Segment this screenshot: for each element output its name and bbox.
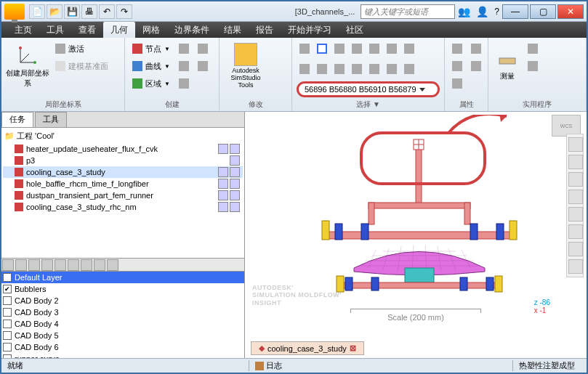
vp-view-icon[interactable] <box>568 259 583 274</box>
qat-save-icon[interactable]: 💾 <box>64 4 80 19</box>
tab-tasks[interactable]: 任务 <box>1 112 33 127</box>
layer-btn8[interactable] <box>94 259 105 271</box>
vp-arrow-icon[interactable] <box>568 155 583 169</box>
close-icon[interactable]: ⊠ <box>350 343 356 353</box>
layer-row[interactable]: CAD Body 3 <box>1 306 244 318</box>
qat-undo-icon[interactable]: ↶ <box>99 4 115 19</box>
log-button[interactable]: 日志 <box>249 360 288 371</box>
qat-redo-icon[interactable]: ↷ <box>116 4 132 19</box>
menu-6[interactable]: 结果 <box>217 22 249 38</box>
tree-item[interactable]: p3 <box>3 155 243 166</box>
checkbox[interactable] <box>3 331 12 340</box>
vp-pan-icon[interactable] <box>568 172 583 187</box>
layer-btn2[interactable] <box>15 259 27 271</box>
viewport-tab[interactable]: ◆ cooling_case_3_study ⊠ <box>251 341 364 355</box>
layer-row[interactable]: Bubblers <box>1 283 244 295</box>
menu-7[interactable]: 报告 <box>249 22 281 38</box>
sel-tool12[interactable] <box>366 61 382 77</box>
layer-btn6[interactable] <box>68 259 79 271</box>
layer-btn1[interactable] <box>2 259 14 271</box>
create-tool3[interactable] <box>176 76 192 92</box>
maximize-button[interactable]: ▢ <box>530 4 556 19</box>
activate-button[interactable]: 激活 <box>52 41 111 57</box>
help-search-input[interactable] <box>361 4 455 19</box>
util-tool1[interactable] <box>525 41 541 57</box>
sel-tool7[interactable] <box>401 41 417 57</box>
sel-tool6[interactable] <box>384 41 400 57</box>
tree-item[interactable]: heater_update_useheater_flux_f_cvk <box>3 143 243 155</box>
qat-open-icon[interactable]: 📂 <box>47 4 63 19</box>
tree-item[interactable]: cooling_case_3_study <box>3 166 243 178</box>
region-button[interactable]: 区域▼ <box>129 76 173 92</box>
prop-tool3[interactable] <box>449 76 465 92</box>
vp-home-icon[interactable] <box>568 137 583 152</box>
vp-fit-icon[interactable] <box>568 242 583 256</box>
tree-item[interactable]: hole_baffle_rhcm_time_f_longfiber <box>3 178 243 190</box>
sel-tool8[interactable] <box>297 61 313 77</box>
sign-in-icon[interactable]: 👤 <box>476 6 488 17</box>
menu-2[interactable]: 查看 <box>71 22 103 38</box>
help-icon[interactable]: ? <box>494 7 499 17</box>
layer-row[interactable]: CAD Body 6 <box>1 341 244 353</box>
layer-btn9[interactable] <box>107 259 118 271</box>
prop-tool4[interactable] <box>468 41 484 57</box>
checkbox[interactable] <box>3 273 12 282</box>
close-button[interactable]: ✕ <box>557 4 584 19</box>
measure-button[interactable]: 测量 <box>493 41 522 92</box>
create-tool4[interactable] <box>195 41 211 57</box>
sel-tool11[interactable] <box>349 61 365 77</box>
layer-row[interactable]: CAD Body 2 <box>1 295 244 306</box>
prop-tool2[interactable] <box>449 58 465 74</box>
create-tool5[interactable] <box>195 58 211 74</box>
checkbox[interactable] <box>3 285 12 293</box>
layer-btn3[interactable] <box>28 259 40 271</box>
checkbox[interactable] <box>3 308 12 317</box>
layer-btn4[interactable] <box>41 259 53 271</box>
menu-5[interactable]: 边界条件 <box>167 22 217 38</box>
layer-row[interactable]: CAD Body 4 <box>1 318 244 330</box>
simstudio-button[interactable]: Autodesk SimStudio Tools <box>224 41 267 92</box>
layer-btn7[interactable] <box>81 259 92 271</box>
sel-tool10[interactable] <box>331 61 347 77</box>
selection-dropdown[interactable]: 56896 B56880 B56910 B56879 <box>297 81 440 97</box>
community-icon[interactable]: 👥 <box>458 6 470 17</box>
prop-tool5[interactable] <box>468 58 484 74</box>
sel-tool4[interactable] <box>349 41 365 57</box>
checkbox[interactable] <box>3 320 12 328</box>
qat-print-icon[interactable]: 🖶 <box>81 4 97 19</box>
sel-tool9[interactable] <box>314 61 330 77</box>
create-local-cs-button[interactable]: 创建局部坐标系 <box>6 41 49 92</box>
util-tool2[interactable] <box>525 58 541 74</box>
layer-row[interactable]: runner curve <box>1 353 244 358</box>
vp-rotate-icon[interactable] <box>568 224 583 239</box>
sel-tool3[interactable] <box>331 41 347 57</box>
curve-button[interactable]: 曲线▼ <box>129 58 173 74</box>
menu-8[interactable]: 开始并学习 <box>281 22 339 38</box>
menu-4[interactable]: 网格 <box>135 22 167 38</box>
base-plane-button[interactable]: 建模基准面 <box>52 58 111 74</box>
create-tool2[interactable] <box>176 58 192 74</box>
project-root[interactable]: 📁 工程 'Cool' <box>3 129 243 143</box>
vp-orbit-icon[interactable] <box>568 207 583 221</box>
minimize-button[interactable]: — <box>502 4 528 19</box>
menu-1[interactable]: 工具 <box>39 22 71 38</box>
checkbox[interactable] <box>3 354 12 358</box>
menu-0[interactable]: 主页 <box>7 22 39 38</box>
tab-tools[interactable]: 工具 <box>35 112 67 127</box>
layer-btn5[interactable] <box>55 259 66 271</box>
sel-tool13[interactable] <box>384 61 400 77</box>
sel-arrow-icon[interactable] <box>314 41 330 57</box>
tree-item[interactable]: cooling_case_3_study_rhc_nm <box>3 201 243 213</box>
checkbox[interactable] <box>3 296 12 305</box>
checkbox[interactable] <box>3 343 12 351</box>
prop-tool1[interactable] <box>449 41 465 57</box>
create-tool1[interactable] <box>176 41 192 57</box>
layer-row[interactable]: Default Layer <box>1 272 244 283</box>
menu-9[interactable]: 社区 <box>339 22 371 38</box>
sel-tool1[interactable] <box>297 41 313 57</box>
node-button[interactable]: 节点▼ <box>129 41 173 57</box>
layer-row[interactable]: CAD Body 5 <box>1 330 244 341</box>
sel-tool14[interactable] <box>401 61 417 77</box>
vp-zoom-icon[interactable] <box>568 190 583 204</box>
menu-3[interactable]: 几何 <box>103 22 135 38</box>
